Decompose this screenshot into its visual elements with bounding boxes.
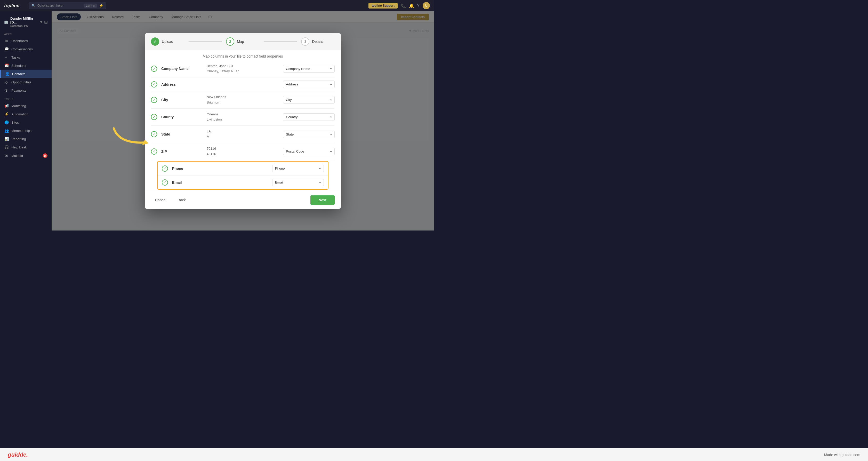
navbar-right: topline Support 📞 🔔 ? U xyxy=(368,2,430,9)
sidebar-label-memberships: Memberships xyxy=(11,129,31,133)
search-bar[interactable]: 🔍 Quick search here Ctrl + K ⚡ xyxy=(29,2,106,9)
step-label-upload: Upload xyxy=(162,39,173,43)
sidebar-item-memberships[interactable]: 👥 Memberships xyxy=(0,126,52,135)
avatar[interactable]: U xyxy=(423,2,430,9)
map-row-address: ✓ Address Address Company Name City Stat… xyxy=(151,78,335,91)
phone-icon[interactable]: 📞 xyxy=(401,3,406,8)
map-row-email: ✓ Email Email Phone Company Name xyxy=(158,176,328,189)
tools-section-label: Tools xyxy=(0,94,52,102)
import-modal: ✓ Upload 2 Map 3 Details Map columns xyxy=(145,33,341,209)
sidebar-item-reporting[interactable]: 📊 Reporting xyxy=(0,135,52,143)
search-icon: 🔍 xyxy=(31,4,35,7)
payments-icon: $ xyxy=(4,88,9,92)
step-label-map: Map xyxy=(237,39,244,43)
field-name-phone: Phone xyxy=(172,166,213,171)
sidebar-label-automation: Automation xyxy=(11,112,28,116)
sidebar-item-helpdesk[interactable]: 🎧 Help Desk xyxy=(0,143,52,151)
stepper: ✓ Upload 2 Map 3 Details xyxy=(145,33,341,50)
sidebar-item-payments[interactable]: $ Payments xyxy=(0,86,52,94)
map-row-company: ✓ Company Name Benton, John B JrChanay, … xyxy=(151,60,335,78)
field-name-address: Address xyxy=(161,82,203,87)
sidebar-label-conversations: Conversations xyxy=(11,47,33,51)
mapping-zip[interactable]: Postal Code City State Country xyxy=(283,148,335,155)
bell-icon[interactable]: 🔔 xyxy=(409,3,414,8)
sidebar-item-mailfold[interactable]: ✉ Mailfold 15 xyxy=(0,151,52,160)
lightning-icon: ⚡ xyxy=(99,4,103,8)
mapping-county[interactable]: Country City State Postal Code xyxy=(283,113,335,121)
search-placeholder: Quick search here xyxy=(37,4,62,7)
sidebar-item-contacts[interactable]: 👤 Contacts xyxy=(0,70,52,78)
sidebar-label-marketing: Marketing xyxy=(11,104,26,108)
step-circle-map: 2 xyxy=(226,37,234,46)
marketing-icon: 📢 xyxy=(4,104,9,108)
sidebar-item-conversations[interactable]: 💬 Conversations xyxy=(0,45,52,53)
check-icon-email: ✓ xyxy=(162,179,168,186)
sidebar-label-mailfold: Mailfold xyxy=(11,154,23,158)
help-icon[interactable]: ? xyxy=(417,3,420,8)
select-email[interactable]: Email Phone Company Name xyxy=(272,179,324,186)
mapping-email[interactable]: Email Phone Company Name xyxy=(272,179,324,186)
mapping-company[interactable]: Company Name First Name Last Name Email … xyxy=(283,65,335,72)
select-company[interactable]: Company Name First Name Last Name Email … xyxy=(283,65,335,72)
sidebar-label-dashboard: Dashboard xyxy=(11,39,28,43)
cancel-button[interactable]: Cancel xyxy=(151,196,170,204)
reporting-icon: 📊 xyxy=(4,137,9,141)
org-header[interactable]: 🏢 Dunder Mifflin [D... Scranton, PA ▾ ⊟ xyxy=(0,14,52,29)
search-shortcut: Ctrl + K xyxy=(84,4,97,8)
mapping-address[interactable]: Address Company Name City State xyxy=(283,81,335,88)
mapping-phone[interactable]: Phone Email Company Name xyxy=(272,165,324,172)
mapping-city[interactable]: City State Country Postal Code xyxy=(283,96,335,103)
select-city[interactable]: City State Country Postal Code xyxy=(283,96,335,103)
select-state[interactable]: State City Country Postal Code xyxy=(283,131,335,138)
map-row-phone: ✓ Phone Phone Email Company Name xyxy=(158,161,328,176)
sidebar: 🏢 Dunder Mifflin [D... Scranton, PA ▾ ⊟ … xyxy=(0,11,52,230)
sample-zip: 7011648116 xyxy=(207,146,279,157)
select-phone[interactable]: Phone Email Company Name xyxy=(272,165,324,172)
step-details: 3 Details xyxy=(301,37,335,46)
select-address[interactable]: Address Company Name City State xyxy=(283,81,335,88)
check-icon-county: ✓ xyxy=(151,114,157,120)
layout-icon[interactable]: ⊟ xyxy=(44,20,48,25)
sidebar-item-scheduler[interactable]: 📅 Scheduler xyxy=(0,61,52,70)
step-label-details: Details xyxy=(312,39,323,43)
sidebar-item-sites[interactable]: 🌐 Sites xyxy=(0,118,52,126)
check-icon-company: ✓ xyxy=(151,66,157,72)
select-county[interactable]: Country City State Postal Code xyxy=(283,113,335,121)
chevron-down-icon: ▾ xyxy=(40,20,42,24)
sidebar-label-opportunities: Opportunities xyxy=(11,80,31,84)
sidebar-item-automation[interactable]: ⚡ Automation xyxy=(0,110,52,118)
main-layout: 🏢 Dunder Mifflin [D... Scranton, PA ▾ ⊟ … xyxy=(0,11,434,230)
next-button[interactable]: Next xyxy=(310,195,335,205)
highlighted-wrapper: ✓ Phone Phone Email Company Name xyxy=(157,161,329,190)
memberships-icon: 👥 xyxy=(4,128,9,133)
sidebar-item-dashboard[interactable]: ⊞ Dashboard xyxy=(0,37,52,45)
sample-city: New OrleansBrighton xyxy=(207,94,279,105)
check-icon-phone: ✓ xyxy=(162,165,168,172)
apps-section-label: Apps xyxy=(0,29,52,37)
scheduler-icon: 📅 xyxy=(4,63,9,68)
sidebar-label-reporting: Reporting xyxy=(11,137,26,141)
sidebar-label-contacts: Contacts xyxy=(12,72,25,76)
opportunities-icon: ◇ xyxy=(4,80,9,84)
modal-footer: Cancel Back Next xyxy=(145,191,341,209)
field-name-email: Email xyxy=(172,180,213,185)
mapping-state[interactable]: State City Country Postal Code xyxy=(283,131,335,138)
org-icon: 🏢 xyxy=(4,20,8,24)
sidebar-item-tasks[interactable]: ✓ Tasks xyxy=(0,53,52,61)
map-row-county: ✓ County OrleansLivingston Country City … xyxy=(151,109,335,126)
sidebar-item-opportunities[interactable]: ◇ Opportunities xyxy=(0,78,52,86)
support-button[interactable]: topline Support xyxy=(368,3,398,8)
automation-icon: ⚡ xyxy=(4,112,9,116)
check-icon-state: ✓ xyxy=(151,131,157,137)
field-name-city: City xyxy=(161,98,203,102)
top-navbar: topline 🔍 Quick search here Ctrl + K ⚡ t… xyxy=(0,0,434,11)
sidebar-label-payments: Payments xyxy=(11,89,26,92)
back-button[interactable]: Back xyxy=(174,196,190,204)
tasks-icon: ✓ xyxy=(4,55,9,59)
select-zip[interactable]: Postal Code City State Country xyxy=(283,148,335,155)
sidebar-label-tasks: Tasks xyxy=(11,56,20,59)
badge-count: 15 xyxy=(43,153,48,158)
field-name-county: County xyxy=(161,115,203,119)
sidebar-label-scheduler: Scheduler xyxy=(11,64,27,68)
sidebar-item-marketing[interactable]: 📢 Marketing xyxy=(0,102,52,110)
